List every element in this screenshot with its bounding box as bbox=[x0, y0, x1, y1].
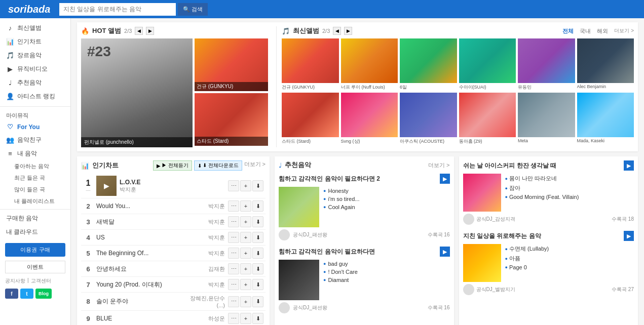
sidebar-item-artist-rank[interactable]: 👤 아티스트 랭킹 bbox=[0, 90, 70, 103]
song-download-btn[interactable]: ⬇ bbox=[252, 180, 263, 191]
rec-thumbnail[interactable] bbox=[279, 187, 319, 227]
song-add-btn[interactable]: + bbox=[240, 313, 251, 324]
logo[interactable]: soribada bbox=[8, 4, 51, 15]
artist-icon: 👤 bbox=[6, 93, 14, 100]
sidebar-item-for-you[interactable]: ♡ For You bbox=[0, 120, 70, 133]
sidebar-item-purchased[interactable]: 구매한 음악 bbox=[0, 212, 70, 225]
right-rec-thumb-2[interactable] bbox=[463, 244, 501, 282]
track-thumbnail[interactable]: ▶ bbox=[96, 176, 117, 196]
upgrade-button[interactable]: 이용권 구매 bbox=[5, 243, 65, 257]
album-name: Mada, Kaseki bbox=[577, 138, 634, 143]
sidebar-item-recommend[interactable]: ♩ 추천음악 bbox=[0, 76, 70, 90]
new-album-item[interactable]: 너프 루이 (Nuff Louis) bbox=[341, 38, 398, 91]
right-rec-songs-1: ● 몸이 나만 따라오네 ● 잠아 ● Good Morning (Feat. … bbox=[505, 174, 634, 212]
new-album-item[interactable]: 스타드 (Stard) bbox=[282, 93, 339, 145]
hot-featured-album[interactable]: #23 펀치넬로 (punchnello) bbox=[81, 38, 193, 147]
play-icon: ▶ bbox=[157, 163, 161, 169]
song-add-btn[interactable]: + bbox=[240, 279, 251, 290]
hot-prev-btn[interactable]: ◀ bbox=[135, 27, 143, 35]
track-actions: ⋯ + ⬇ bbox=[228, 279, 263, 290]
song-add-btn[interactable]: + bbox=[240, 296, 251, 307]
new-album-item[interactable]: 건규 (GUNKYU) bbox=[282, 38, 339, 91]
rank-number: 8 bbox=[83, 298, 93, 305]
download-all-button[interactable]: ⬇ ⬇ 전체다운로드 bbox=[194, 160, 242, 171]
right-rec-thumb-1[interactable] bbox=[463, 174, 501, 212]
hot-small-album-2[interactable]: 스타드 (Stard) bbox=[195, 93, 268, 146]
sidebar-sub-recent[interactable]: 최근 들은 곡 bbox=[0, 172, 70, 184]
new-albums-more[interactable]: 더보기 > bbox=[614, 27, 634, 34]
song-options-btn[interactable]: ⋯ bbox=[228, 200, 239, 212]
song-download-btn[interactable]: ⬇ bbox=[252, 200, 263, 212]
dj-name: 공식DJ_패션왕 bbox=[293, 231, 327, 238]
new-album-item[interactable]: 수아이(SUAI) bbox=[459, 38, 516, 91]
sidebar-item-chart[interactable]: 📊 인기차트 bbox=[0, 35, 70, 49]
song-add-btn[interactable]: + bbox=[240, 263, 251, 274]
right-rec-play-btn-2[interactable]: ▶ bbox=[624, 231, 634, 241]
song-download-btn[interactable]: ⬇ bbox=[252, 296, 263, 307]
song-add-btn[interactable]: + bbox=[240, 216, 251, 227]
event-button[interactable]: 이벤트 bbox=[5, 261, 65, 273]
track-artist: 박지훈 bbox=[120, 186, 225, 193]
rec-play-all-btn[interactable]: ▶ bbox=[440, 174, 450, 184]
recommend-more[interactable]: 더보기 > bbox=[428, 161, 449, 169]
new-album-item[interactable]: Alec Benjamin bbox=[577, 38, 634, 91]
search-button[interactable]: 🔍 검색 bbox=[178, 3, 208, 16]
rec-play-all-btn-2[interactable]: ▶ bbox=[440, 247, 450, 257]
song-add-btn[interactable]: + bbox=[240, 180, 251, 191]
song-download-btn[interactable]: ⬇ bbox=[252, 263, 263, 274]
album-name: 스타드 (Stard) bbox=[282, 138, 339, 145]
song-download-btn[interactable]: ⬇ bbox=[252, 232, 263, 243]
hot-small-album-1[interactable]: 건규 (GUNKYU) bbox=[195, 38, 268, 91]
song-download-btn[interactable]: ⬇ bbox=[252, 313, 263, 324]
song-add-btn[interactable]: + bbox=[240, 232, 251, 243]
blog-button[interactable]: Blog bbox=[35, 289, 52, 299]
new-album-item[interactable]: 동아흠 (Z9) bbox=[459, 93, 516, 145]
song-download-btn[interactable]: ⬇ bbox=[252, 248, 263, 259]
sidebar-item-music-friend[interactable]: 👥 음악친구 bbox=[0, 133, 70, 147]
rank-number: 5 bbox=[83, 250, 93, 257]
filter-domestic[interactable]: 국내 bbox=[580, 27, 591, 35]
facebook-button[interactable]: f bbox=[5, 289, 18, 299]
song-options-btn[interactable]: ⋯ bbox=[228, 279, 239, 290]
song-options-btn[interactable]: ⋯ bbox=[228, 313, 239, 324]
search-input[interactable] bbox=[59, 3, 176, 16]
rec-song-item: ● i'm so tired... bbox=[323, 195, 450, 203]
song-options-btn[interactable]: ⋯ bbox=[228, 296, 239, 307]
new-album-item[interactable]: Mada, Kaseki bbox=[577, 93, 634, 145]
track-title: 안녕하세요 bbox=[96, 265, 186, 273]
filter-foreign[interactable]: 해외 bbox=[597, 27, 608, 35]
notice-link[interactable]: 공지사항 bbox=[5, 277, 25, 285]
sidebar-item-genre[interactable]: 🎵 장르음악 bbox=[0, 49, 70, 62]
new-album-item[interactable]: 6일 bbox=[400, 38, 457, 91]
new-album-item[interactable]: 유등민 bbox=[518, 38, 575, 91]
song-options-btn[interactable]: ⋯ bbox=[228, 248, 239, 259]
twitter-button[interactable]: t bbox=[20, 289, 33, 299]
sidebar-item-my-music[interactable]: ≡ 내 음악 bbox=[0, 147, 70, 160]
cs-link[interactable]: 고객센터 bbox=[31, 277, 51, 285]
new-prev-btn[interactable]: ◀ bbox=[333, 27, 341, 35]
song-options-btn[interactable]: ⋯ bbox=[228, 232, 239, 243]
sidebar-sub-playlist[interactable]: 내 플레이리스트 bbox=[0, 195, 70, 207]
rec-thumbnail-2[interactable] bbox=[279, 260, 319, 300]
song-options-btn[interactable]: ⋯ bbox=[228, 180, 239, 191]
sidebar-item-video[interactable]: ▶ 뮤직비디오 bbox=[0, 62, 70, 76]
right-rec-play-btn-1[interactable]: ▶ bbox=[624, 160, 634, 171]
sidebar-item-latest-album[interactable]: ♪ 최신앨범 bbox=[0, 21, 70, 35]
sidebar-sub-most[interactable]: 많이 들은 곡 bbox=[0, 184, 70, 195]
new-album-item[interactable]: 아쿠스틱 (ACOUSTE) bbox=[400, 93, 457, 145]
chart-more[interactable]: 더보기 > bbox=[244, 160, 266, 171]
play-all-button[interactable]: ▶ ▶ 전체듣기 bbox=[153, 160, 192, 171]
song-add-btn[interactable]: + bbox=[240, 200, 251, 212]
song-options-btn[interactable]: ⋯ bbox=[228, 216, 239, 227]
song-options-btn[interactable]: ⋯ bbox=[228, 263, 239, 274]
new-album-item[interactable]: Meta bbox=[518, 93, 575, 145]
sidebar-item-cloud[interactable]: 내 클라우드 bbox=[0, 225, 70, 239]
song-download-btn[interactable]: ⬇ bbox=[252, 279, 263, 290]
song-add-btn[interactable]: + bbox=[240, 248, 251, 259]
new-album-item[interactable]: Svng (상) bbox=[341, 93, 398, 145]
new-next-btn[interactable]: ▶ bbox=[344, 27, 352, 35]
song-download-btn[interactable]: ⬇ bbox=[252, 216, 263, 227]
filter-all[interactable]: 전체 bbox=[562, 27, 574, 35]
hot-next-btn[interactable]: ▶ bbox=[146, 27, 154, 35]
sidebar-sub-liked[interactable]: 좋아하는 음악 bbox=[0, 160, 70, 172]
